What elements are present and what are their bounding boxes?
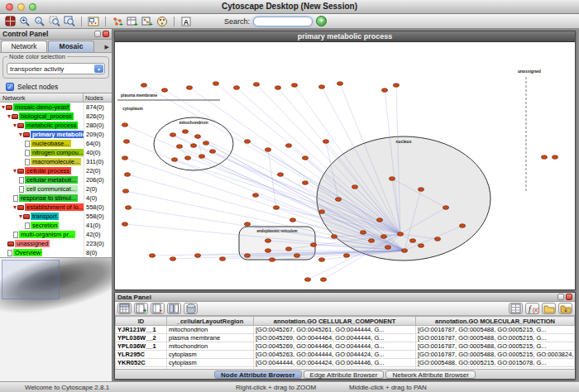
- graph-node[interactable]: [385, 246, 390, 250]
- tree-expander-icon[interactable]: ▾: [2, 103, 5, 111]
- float-panel-icon[interactable]: [94, 31, 101, 37]
- table-row[interactable]: YPL036W__2plasma membrane[GO:0045269, GO…: [116, 334, 575, 342]
- graph-node[interactable]: [389, 177, 395, 181]
- graph-node[interactable]: [277, 173, 283, 177]
- graph-node[interactable]: [380, 235, 386, 239]
- graph-node[interactable]: [409, 239, 415, 243]
- tab-mosaic[interactable]: Mosaic: [48, 41, 94, 52]
- tree-expander-icon[interactable]: ▾: [13, 122, 17, 129]
- tree-item[interactable]: multi-organism pr...42(0): [0, 230, 112, 239]
- graph-node[interactable]: [275, 86, 280, 90]
- attribute-dropdown[interactable]: transporter activity ▾: [7, 63, 105, 74]
- tree-item[interactable]: cellular metaboli...206(0): [0, 175, 112, 184]
- graph-node[interactable]: [541, 155, 547, 160]
- save-folder-icon[interactable]: [558, 303, 572, 314]
- tree-item[interactable]: unassigned223(0): [0, 239, 112, 248]
- graph-node[interactable]: [233, 86, 239, 90]
- graph-node[interactable]: [401, 249, 407, 253]
- search-input[interactable]: [253, 17, 313, 26]
- birdseye-viewport-rect[interactable]: [2, 260, 60, 299]
- graph-node[interactable]: [194, 135, 200, 139]
- tree-item[interactable]: ▾mosaic-demo-yeast874(0): [0, 103, 112, 112]
- matrix-icon[interactable]: [509, 303, 523, 314]
- graph-node[interactable]: [244, 222, 250, 227]
- tab-network-attribute-browser[interactable]: Network Attribute Browser: [385, 370, 475, 379]
- graph-node[interactable]: [213, 82, 218, 86]
- network-canvas[interactable]: plasma membranecytoplasmmitochondrionnuc…: [115, 42, 575, 289]
- graph-node[interactable]: [123, 140, 129, 144]
- graph-node[interactable]: [219, 257, 225, 261]
- tree-expander-icon[interactable]: ▾: [19, 213, 22, 220]
- graph-node[interactable]: [265, 148, 270, 152]
- graph-node[interactable]: [122, 156, 127, 160]
- graph-node[interactable]: [331, 235, 337, 239]
- graph-node[interactable]: [397, 232, 403, 237]
- clear-table-icon[interactable]: [184, 303, 198, 314]
- tree-item[interactable]: response to stimul...4(0): [0, 194, 112, 203]
- tree-column-network[interactable]: Network: [0, 93, 84, 102]
- graph-node[interactable]: [304, 278, 310, 282]
- import-network-icon[interactable]: +: [111, 15, 124, 28]
- graph-node[interactable]: [265, 249, 270, 253]
- graph-node[interactable]: [302, 156, 308, 160]
- zoom-selected-icon[interactable]: [48, 15, 61, 28]
- tab-edge-attribute-browser[interactable]: Edge Attribute Browser: [304, 370, 385, 379]
- table-row[interactable]: YLR295Ccytoplasm[GO:0045263, GO:0044444,…: [116, 351, 575, 359]
- graph-node[interactable]: [122, 189, 128, 194]
- graph-node[interactable]: [320, 278, 326, 282]
- graph-node[interactable]: [393, 84, 399, 88]
- graph-node[interactable]: [360, 231, 366, 235]
- graph-node[interactable]: [184, 156, 190, 160]
- float-panel-icon[interactable]: [557, 294, 564, 300]
- graph-node[interactable]: [291, 84, 297, 88]
- zoom-in-icon[interactable]: +: [18, 15, 31, 28]
- graph-node[interactable]: [310, 243, 316, 247]
- formula-builder-icon[interactable]: f(x): [525, 303, 539, 314]
- tree-item[interactable]: nucleobase...64(0): [0, 139, 112, 148]
- graph-node[interactable]: [190, 144, 196, 148]
- column-header[interactable]: _cellularLayoutRegion: [167, 317, 254, 326]
- birdseye-icon[interactable]: [87, 15, 100, 28]
- annotation-icon[interactable]: A: [179, 15, 193, 28]
- graph-node[interactable]: [352, 185, 357, 189]
- graph-node[interactable]: [343, 254, 349, 258]
- graph-node[interactable]: [290, 218, 295, 222]
- table-row[interactable]: YKR052Ccytoplasm[GO:0044444, GO:0044424,…: [116, 359, 575, 367]
- birdseye-view[interactable]: [0, 257, 112, 381]
- new-network-icon[interactable]: +: [141, 15, 154, 28]
- tree-item[interactable]: nitrogen compou...40(0): [0, 148, 112, 157]
- tree-item[interactable]: cell communicat...2(0): [0, 184, 112, 194]
- graph-node[interactable]: [176, 145, 182, 149]
- graph-node[interactable]: [318, 210, 324, 214]
- graph-node[interactable]: [418, 188, 423, 192]
- column-header[interactable]: annotation.GO MOLECULAR_FUNCTION: [416, 317, 575, 326]
- graph-node[interactable]: [269, 258, 275, 262]
- graph-node[interactable]: [368, 239, 374, 243]
- graph-node[interactable]: [376, 218, 382, 222]
- graph-node[interactable]: [552, 155, 557, 160]
- graph-node[interactable]: [199, 155, 204, 159]
- graph-node[interactable]: [381, 88, 387, 93]
- graph-node[interactable]: [285, 247, 291, 251]
- tree-item[interactable]: ▾transport558(0): [0, 212, 112, 221]
- graph-node[interactable]: [294, 254, 299, 258]
- graph-node[interactable]: [323, 140, 328, 144]
- vizmapper-icon[interactable]: [156, 15, 169, 28]
- tree-expander-icon[interactable]: ▾: [7, 112, 11, 120]
- graph-node[interactable]: [149, 254, 155, 258]
- graph-node[interactable]: [244, 254, 250, 258]
- column-header[interactable]: ID: [116, 317, 167, 326]
- graph-node[interactable]: [122, 123, 127, 127]
- tree-item[interactable]: ▾establishment of lo...558(0): [0, 203, 112, 212]
- graph-node[interactable]: [337, 82, 342, 86]
- graph-node[interactable]: [252, 194, 258, 198]
- select-attributes-icon[interactable]: [117, 303, 132, 314]
- tab-node-attribute-browser[interactable]: Node Attribute Browser: [214, 370, 302, 379]
- column-select-icon[interactable]: [167, 303, 181, 314]
- close-panel-icon[interactable]: [103, 31, 109, 37]
- tab-scroll-right-icon[interactable]: ▶: [105, 44, 111, 52]
- tree-item[interactable]: ▾cellular process22(0): [0, 166, 112, 175]
- graph-node[interactable]: [186, 86, 192, 90]
- create-attribute-icon[interactable]: +: [134, 303, 148, 314]
- tree-item[interactable]: ▾primary metabolic...209(0): [0, 130, 112, 139]
